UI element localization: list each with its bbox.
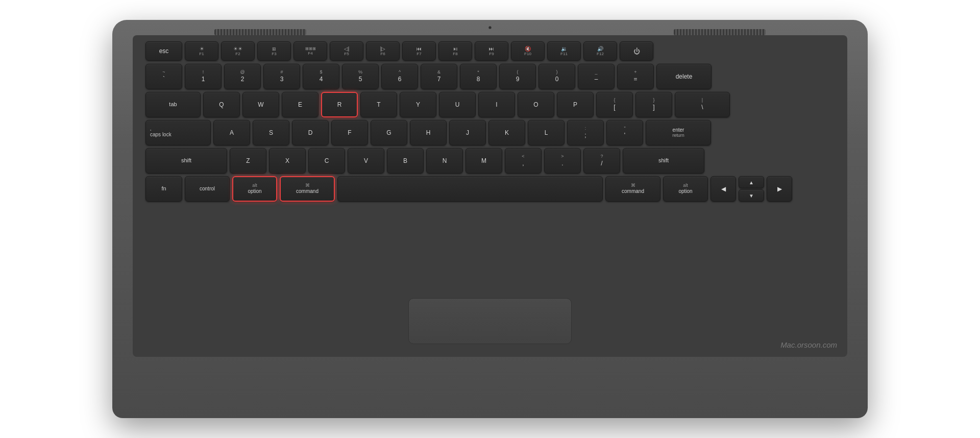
watermark: Mac.orsoon.com <box>780 340 837 349</box>
laptop-container: esc ☀ F1 ☀☀ F2 ⊞ F3 ⊞⊞⊞ <box>97 10 883 428</box>
key-f4[interactable]: ⊞⊞⊞ F4 <box>293 41 327 61</box>
key-y[interactable]: Y <box>400 92 436 117</box>
arrow-up-down-group: ▲ ▼ <box>739 176 764 202</box>
key-9[interactable]: ( 9 <box>499 64 536 89</box>
key-command-left[interactable]: ⌘ command <box>280 176 335 202</box>
laptop-body: esc ☀ F1 ☀☀ F2 ⊞ F3 ⊞⊞⊞ <box>112 20 868 418</box>
key-1[interactable]: ! 1 <box>185 64 222 89</box>
key-fn[interactable]: fn <box>145 176 182 202</box>
key-3[interactable]: # 3 <box>263 64 300 89</box>
key-option-right[interactable]: alt option <box>663 176 708 202</box>
key-m[interactable]: M <box>465 148 502 174</box>
key-8[interactable]: * 8 <box>460 64 497 89</box>
key-equals[interactable]: + = <box>617 64 654 89</box>
key-n[interactable]: N <box>426 148 463 174</box>
key-d[interactable]: D <box>292 120 329 145</box>
key-shift-right[interactable]: shift <box>623 148 704 174</box>
key-w[interactable]: W <box>242 92 279 117</box>
keyboard: esc ☀ F1 ☀☀ F2 ⊞ F3 ⊞⊞⊞ <box>145 41 835 204</box>
key-f6[interactable]: |▷ F6 <box>366 41 400 61</box>
key-backslash[interactable]: | \ <box>675 92 730 117</box>
key-t[interactable]: T <box>360 92 397 117</box>
key-0[interactable]: ) 0 <box>538 64 575 89</box>
key-4[interactable]: $ 4 <box>303 64 339 89</box>
key-e[interactable]: E <box>282 92 318 117</box>
key-z[interactable]: Z <box>230 148 266 174</box>
key-f2[interactable]: ☀☀ F2 <box>221 41 255 61</box>
key-g[interactable]: G <box>371 120 407 145</box>
key-6[interactable]: ^ 6 <box>381 64 418 89</box>
key-arrow-up[interactable]: ▲ <box>739 176 764 188</box>
keyboard-area: esc ☀ F1 ☀☀ F2 ⊞ F3 ⊞⊞⊞ <box>133 35 847 357</box>
key-x[interactable]: X <box>269 148 306 174</box>
trackpad[interactable] <box>408 298 572 344</box>
key-f8[interactable]: ⏯ F8 <box>438 41 472 61</box>
key-f7[interactable]: ⏮ F7 <box>402 41 436 61</box>
key-c[interactable]: C <box>308 148 345 174</box>
key-space[interactable] <box>337 176 603 202</box>
fn-row: esc ☀ F1 ☀☀ F2 ⊞ F3 ⊞⊞⊞ <box>145 41 835 61</box>
key-f12[interactable]: 🔊 F12 <box>583 41 617 61</box>
key-f9[interactable]: ⏭ F9 <box>475 41 508 61</box>
key-enter[interactable]: enter return <box>646 120 711 145</box>
key-esc[interactable]: esc <box>145 41 182 61</box>
key-shift-left[interactable]: shift <box>145 148 227 174</box>
key-q[interactable]: Q <box>203 92 240 117</box>
key-minus[interactable]: _ – <box>578 64 615 89</box>
key-tab[interactable]: tab <box>145 92 201 117</box>
key-u[interactable]: U <box>439 92 476 117</box>
key-f[interactable]: F <box>331 120 368 145</box>
speaker-right <box>674 29 766 35</box>
key-f5[interactable]: ◁| F5 <box>330 41 363 61</box>
key-slash[interactable]: ? / <box>583 148 620 174</box>
shift-row: shift Z X C V B <box>145 148 835 174</box>
key-o[interactable]: O <box>518 92 554 117</box>
key-h[interactable]: H <box>410 120 447 145</box>
key-k[interactable]: K <box>488 120 525 145</box>
key-lbracket[interactable]: { [ <box>596 92 633 117</box>
key-s[interactable]: S <box>253 120 289 145</box>
camera <box>488 26 492 29</box>
key-option-left[interactable]: alt option <box>232 176 277 202</box>
key-b[interactable]: B <box>387 148 424 174</box>
key-power[interactable]: ⏻ <box>620 41 653 61</box>
key-p[interactable]: P <box>557 92 594 117</box>
key-f1[interactable]: ☀ F1 <box>185 41 218 61</box>
key-delete[interactable]: delete <box>656 64 712 89</box>
key-comma[interactable]: < , <box>505 148 542 174</box>
key-f10[interactable]: 🔇 F10 <box>511 41 545 61</box>
key-arrow-right[interactable]: ▶ <box>767 176 792 202</box>
num-row: ~ ` ! 1 @ 2 # 3 <box>145 64 835 89</box>
key-i[interactable]: I <box>478 92 515 117</box>
key-caps-lock[interactable]: • caps lock <box>145 120 211 145</box>
key-j[interactable]: J <box>449 120 486 145</box>
key-quote[interactable]: " ' <box>606 120 643 145</box>
key-rbracket[interactable]: } ] <box>635 92 672 117</box>
key-l[interactable]: L <box>528 120 565 145</box>
key-period[interactable]: > . <box>544 148 581 174</box>
key-arrow-down[interactable]: ▼ <box>739 189 764 202</box>
key-f11[interactable]: 🔉 F11 <box>547 41 581 61</box>
key-semicolon[interactable]: : ; <box>567 120 604 145</box>
key-7[interactable]: & 7 <box>421 64 457 89</box>
key-r[interactable]: R <box>321 92 358 117</box>
key-a[interactable]: A <box>213 120 250 145</box>
speaker-left <box>214 29 306 35</box>
key-arrow-left[interactable]: ◀ <box>710 176 736 202</box>
bottom-row: fn control alt option ⌘ command <box>145 176 835 202</box>
key-f3[interactable]: ⊞ F3 <box>257 41 291 61</box>
key-command-right[interactable]: ⌘ command <box>605 176 660 202</box>
key-backtick[interactable]: ~ ` <box>145 64 182 89</box>
tab-row: tab Q W E R T <box>145 92 835 117</box>
key-v[interactable]: V <box>348 148 384 174</box>
key-control[interactable]: control <box>185 176 230 202</box>
key-5[interactable]: % 5 <box>342 64 379 89</box>
key-2[interactable]: @ 2 <box>224 64 261 89</box>
caps-row: • caps lock A S D F <box>145 120 835 145</box>
